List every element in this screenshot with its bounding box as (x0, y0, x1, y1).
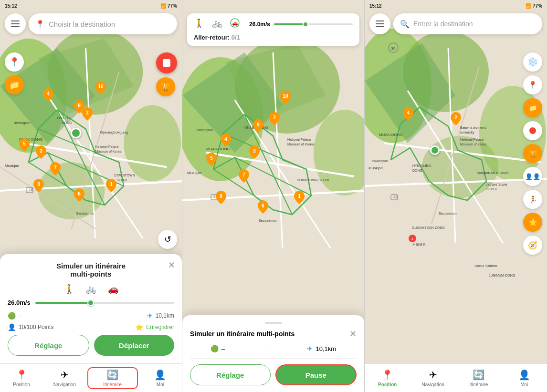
m-marker-9[interactable]: 9 (253, 119, 263, 134)
round-trip-row: Aller-retour: 0/1 (194, 34, 353, 41)
tab-itinerary-left[interactable]: 🔄 Itinéraire (87, 367, 138, 389)
coin-btn[interactable]: 🏆 (156, 77, 175, 96)
marker-1[interactable]: 1 (106, 179, 116, 194)
tab-position-right[interactable]: 📍 Position (365, 366, 410, 390)
bike-tab[interactable]: 🚲 (86, 284, 96, 294)
svg-text:48: 48 (393, 195, 398, 199)
marker-8[interactable]: 8 (33, 179, 44, 194)
svg-text:1: 1 (298, 194, 301, 199)
compass-btn[interactable]: 📍 (523, 75, 542, 94)
record-icon (163, 59, 170, 67)
tab-itinerary-right[interactable]: 🔄 Itinéraire (456, 366, 502, 390)
left-panel: MUAK-DONG ONJ EO- DONG Gyeongbokgung Nat… (0, 0, 182, 392)
right-search-bar[interactable]: 🔍 Entrer la destination (393, 13, 542, 34)
middle-sheet-close[interactable]: ✕ (349, 329, 357, 339)
walk-tab[interactable]: 🚶 (64, 284, 74, 294)
marker-5[interactable]: 5 (19, 138, 30, 154)
left-search-bar[interactable]: 📍 Choisir la destination (29, 13, 177, 34)
bike-icon-m[interactable]: 🚲 (212, 18, 222, 30)
tab-navigation-right[interactable]: ✈ Navigation (410, 366, 456, 390)
middle-actions: Réglage Pause (190, 364, 357, 385)
status-time-right: 15:12 (369, 3, 382, 9)
m-marker-3[interactable]: 3 (249, 145, 260, 161)
svg-text:1: 1 (110, 182, 113, 187)
speed-slider-left[interactable] (35, 302, 174, 304)
tab-moi-left[interactable]: 👤 Moi (139, 366, 182, 390)
start-icon: 🟢 (8, 312, 16, 320)
start-info-m: 🟢 – (210, 345, 225, 352)
info-row-left: 🟢 – ✈ 10,1km (8, 312, 174, 320)
pause-btn[interactable]: Pause (275, 364, 357, 385)
moi-icon-right: 👤 (518, 369, 530, 381)
sheet-close-left[interactable]: ✕ (168, 260, 175, 270)
avatar-pair-btn[interactable]: 👤👤 (523, 167, 542, 186)
save-info[interactable]: ⭐ Enregistrer (135, 323, 174, 331)
svg-text:8: 8 (220, 194, 222, 199)
hamburger-btn-right[interactable] (369, 13, 390, 34)
position-icon-left: 📍 (16, 369, 28, 381)
tab-bar-left: 📍 Position ✈ Navigation 🔄 Itinéraire 👤 M… (0, 363, 182, 392)
record-btn-right[interactable] (523, 121, 542, 140)
middle-panel: MUAK-DONG ONJ EO-DONG National Palace Mu… (182, 0, 365, 392)
marker-10[interactable]: 10 (95, 81, 106, 96)
m-marker-1[interactable]: 1 (294, 191, 305, 206)
folder-btn-right[interactable]: 📁 (523, 98, 542, 117)
svg-text:9: 9 (78, 103, 81, 108)
search-placeholder-left: Choisir la destination (49, 20, 115, 28)
snowflake-btn[interactable]: ❄️ (523, 52, 542, 72)
car-tab[interactable]: 🚗 (108, 284, 118, 294)
coin-btn-right[interactable]: 🏆 (523, 144, 542, 163)
marker-4[interactable]: 4 (43, 88, 53, 103)
tab-label-moi-right: Moi (520, 382, 528, 387)
tab-bar-right: 📍 Position ✈ Navigation 🔄 Itinéraire 👤 M… (365, 363, 547, 392)
hamburger-btn-left[interactable] (5, 13, 26, 34)
walk-icon-m[interactable]: 🚶 (194, 18, 204, 30)
svg-text:5: 5 (210, 155, 213, 161)
hamburger-icon-right (376, 21, 384, 27)
svg-text:7: 7 (54, 165, 57, 170)
reset-btn[interactable]: ↺ (158, 230, 177, 249)
transport-icons: 🚶 🚲 🚗 (194, 18, 240, 30)
svg-text:3: 3 (40, 148, 42, 154)
tab-navigation-left[interactable]: ✈ Navigation (43, 366, 86, 390)
moi-icon-left: 👤 (154, 369, 166, 381)
folder-btn[interactable]: 📁 (5, 75, 24, 94)
svg-text:HYEONJEO-: HYEONJEO- (412, 164, 432, 167)
r-marker-2[interactable]: 2 (451, 112, 461, 127)
m-marker-8[interactable]: 8 (216, 191, 226, 206)
svg-text:Inwangsan: Inwangsan (372, 159, 388, 163)
svg-text:30: 30 (391, 46, 396, 51)
left-bottom-sheet: ✕ Simuler un itinéraire multi-points 🚶 🚲… (0, 254, 182, 363)
svg-text:DOWNTOWN: DOWNTOWN (486, 183, 507, 186)
location-btn[interactable]: 📍 (5, 52, 24, 72)
svg-text:National Palace: National Palace (460, 138, 484, 141)
deplacer-btn[interactable]: Déplacer (94, 335, 175, 356)
m-marker-5[interactable]: 5 (206, 153, 217, 168)
star-btn-right[interactable]: ⭐ (523, 213, 542, 232)
m-marker-2[interactable]: 2 (269, 112, 280, 127)
runner-btn[interactable]: 🏃 (523, 190, 542, 209)
svg-text:3: 3 (253, 148, 256, 154)
status-time-left: 15:12 (5, 3, 17, 9)
tab-moi-right[interactable]: 👤 Moi (502, 366, 547, 390)
marker-7[interactable]: 7 (50, 162, 61, 177)
marker-6[interactable]: 6 (74, 188, 84, 204)
r-marker-4[interactable]: 4 (403, 107, 413, 123)
record-btn[interactable] (156, 52, 177, 73)
m-marker-7[interactable]: 7 (239, 169, 249, 185)
m-marker-10[interactable]: 10 (280, 91, 291, 106)
m-marker-4[interactable]: 4 (221, 134, 231, 149)
speed-panel-middle: 🚶 🚲 🚗 26.0m/s Aller-retour: 0/1 (187, 13, 359, 46)
car-icon-m[interactable]: 🚗 (230, 18, 240, 30)
compass-rose-btn[interactable]: 🧭 (523, 236, 542, 255)
marker-9[interactable]: 9 (74, 100, 84, 115)
svg-text:Inwangsan: Inwangsan (197, 128, 213, 132)
reglage-btn-left[interactable]: Réglage (8, 335, 89, 356)
drag-handle (265, 322, 282, 324)
svg-text:4: 4 (47, 91, 50, 96)
marker-3[interactable]: 3 (36, 145, 46, 161)
tab-position-left[interactable]: 📍 Position (0, 366, 43, 390)
m-marker-6[interactable]: 6 (258, 200, 268, 216)
reglage-btn-middle[interactable]: Réglage (190, 364, 271, 385)
svg-text:university: university (460, 131, 474, 134)
